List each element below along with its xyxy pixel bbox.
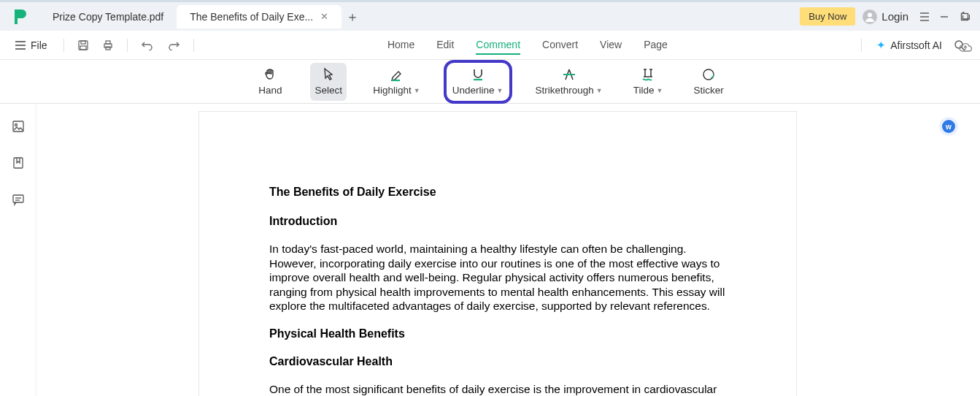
main-menu: Home Edit Comment Convert View Page <box>194 36 862 55</box>
hamburger-menu-icon[interactable] <box>919 11 939 23</box>
tool-label: Tilde <box>633 85 655 96</box>
svg-rect-15 <box>106 47 110 50</box>
word-badge[interactable]: w <box>939 117 958 136</box>
hand-icon <box>263 67 277 82</box>
tool-hand[interactable]: Hand <box>252 63 288 101</box>
highlight-icon <box>390 67 404 82</box>
tool-label: Underline <box>452 85 495 96</box>
tilde-icon <box>641 67 655 82</box>
new-tab-button[interactable]: ＋ <box>342 8 363 26</box>
redo-icon[interactable] <box>167 40 180 50</box>
side-panel <box>0 104 36 396</box>
svg-text:w: w <box>945 123 952 131</box>
heading-physical: Physical Health Benefits <box>269 327 726 341</box>
document-area[interactable]: The Benefits of Daily Exercise Introduct… <box>36 104 980 396</box>
dropdown-icon[interactable]: ▼ <box>497 87 503 94</box>
separator <box>127 39 128 52</box>
workspace: The Benefits of Daily Exercise Introduct… <box>0 104 980 396</box>
heading-introduction: Introduction <box>269 214 726 229</box>
file-menu[interactable]: File <box>15 39 47 51</box>
menu-view[interactable]: View <box>600 36 622 55</box>
restore-icon[interactable] <box>960 12 980 22</box>
dropdown-icon[interactable]: ▼ <box>596 87 603 94</box>
menu-comment[interactable]: Comment <box>476 36 520 55</box>
menu-home[interactable]: Home <box>387 36 414 55</box>
save-icon[interactable] <box>77 39 89 51</box>
underline-icon <box>471 67 485 82</box>
tab-benefits[interactable]: The Benefits of Daily Exe... ✕ <box>177 5 342 28</box>
tool-label: Select <box>315 85 343 96</box>
svg-rect-11 <box>81 41 85 44</box>
dropdown-icon[interactable]: ▼ <box>414 87 420 94</box>
tool-underline[interactable]: Underline▼ <box>447 63 509 101</box>
paragraph: One of the most significant benefits of … <box>269 382 726 396</box>
svg-rect-30 <box>13 195 23 202</box>
svg-point-26 <box>703 69 714 80</box>
file-label: File <box>31 39 47 51</box>
tool-sticker[interactable]: Sticker <box>689 63 728 101</box>
svg-rect-14 <box>106 41 110 44</box>
paragraph: In today's fast-paced world, maintaining… <box>269 242 726 313</box>
tool-highlight[interactable]: Highlight▼ <box>369 63 424 101</box>
sticker-icon <box>701 67 716 82</box>
quick-access <box>63 39 194 52</box>
svg-rect-27 <box>13 121 23 132</box>
login-label: Login <box>881 10 908 23</box>
menu-edit[interactable]: Edit <box>436 36 454 55</box>
menu-right: ✦ Afirstsoft AI <box>861 39 965 52</box>
svg-rect-12 <box>80 46 86 50</box>
sparkle-icon: ✦ <box>876 39 886 52</box>
tool-tilde[interactable]: Tilde▼ <box>629 63 668 101</box>
menu-convert[interactable]: Convert <box>542 36 578 55</box>
tool-label: Hand <box>258 85 282 96</box>
cursor-icon <box>322 67 335 82</box>
print-icon[interactable] <box>102 39 114 51</box>
tool-strikethrough[interactable]: Strikethrough▼ <box>531 63 607 101</box>
app-logo <box>10 7 29 26</box>
dropdown-icon[interactable]: ▼ <box>656 87 663 94</box>
svg-rect-29 <box>14 158 23 168</box>
page[interactable]: The Benefits of Daily Exercise Introduct… <box>198 111 797 396</box>
svg-point-28 <box>15 124 17 126</box>
comment-ribbon: Hand Select Highlight▼ Underline▼ Strike… <box>0 60 980 104</box>
avatar-icon <box>863 9 877 24</box>
bookmark-icon[interactable] <box>10 155 26 171</box>
thumbnails-icon[interactable] <box>10 118 26 134</box>
undo-icon[interactable] <box>141 40 154 50</box>
ai-label-text: Afirstsoft AI <box>890 39 942 51</box>
comments-panel-icon[interactable] <box>10 191 26 207</box>
heading-cardio: Cardiovascular Health <box>269 354 726 369</box>
menu-bar: File Home Edit Comment Convert View Page… <box>0 31 980 60</box>
close-tab-icon[interactable]: ✕ <box>320 11 328 22</box>
doc-title: The Benefits of Daily Exercise <box>269 185 726 199</box>
tool-select[interactable]: Select <box>310 63 347 101</box>
tab-label: The Benefits of Daily Exe... <box>190 11 313 23</box>
tab-prize-copy[interactable]: Prize Copy Template.pdf <box>39 5 177 28</box>
title-bar: Prize Copy Template.pdf The Benefits of … <box>0 0 980 31</box>
ai-button[interactable]: ✦ Afirstsoft AI <box>876 39 942 52</box>
tool-label: Strikethrough <box>536 85 594 96</box>
strikethrough-icon <box>562 67 576 82</box>
buy-now-button[interactable]: Buy Now <box>800 7 855 26</box>
tool-label: Sticker <box>693 85 723 96</box>
tool-label: Highlight <box>373 85 412 96</box>
login-button[interactable]: Login <box>863 9 908 24</box>
tab-label: Prize Copy Template.pdf <box>53 11 163 23</box>
menu-page[interactable]: Page <box>644 36 668 55</box>
minimize-icon[interactable] <box>939 12 960 22</box>
cloud-icon[interactable] <box>958 42 973 53</box>
svg-point-0 <box>868 12 872 17</box>
